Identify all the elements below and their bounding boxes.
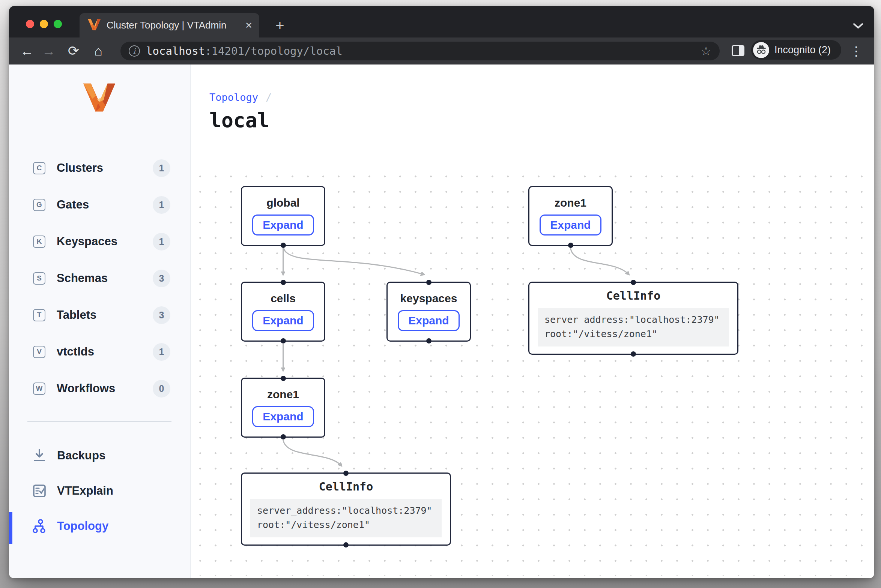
node-title: global [266, 196, 299, 210]
count-badge: 3 [153, 270, 170, 287]
cellinfo-code: server_address:"localhost:2379" root:"/v… [538, 308, 729, 347]
close-window-button[interactable] [26, 20, 34, 28]
url-text: localhost:14201/topology/local [146, 45, 695, 57]
incognito-badge[interactable]: Incognito (2) [751, 40, 841, 60]
close-tab-icon[interactable]: ✕ [245, 21, 253, 30]
sidebar-item-gates[interactable]: G Gates 1 [9, 186, 190, 223]
search-tabs-chevron-icon[interactable] [852, 22, 864, 31]
port-top [281, 280, 286, 285]
breadcrumb-topology-link[interactable]: Topology [209, 92, 258, 103]
url-path: :14201/topology/local [205, 45, 343, 57]
count-badge: 3 [153, 306, 170, 324]
sidebar: C Clusters 1 G Gates 1 K Keyspaces 1 S S… [9, 64, 191, 578]
graph-node-zone1-lower: zone1 Expand [241, 378, 325, 438]
workflows-icon: W [33, 382, 45, 395]
count-badge: 0 [153, 380, 170, 398]
node-title: zone1 [267, 388, 299, 401]
sidebar-tools: Backups VTExplain [9, 438, 190, 544]
expand-button[interactable]: Expand [540, 214, 601, 236]
expand-button[interactable]: Expand [252, 310, 314, 331]
vitess-favicon-icon [88, 19, 101, 32]
port-bottom [343, 542, 349, 548]
url-host: localhost [146, 45, 205, 57]
sidebar-item-keyspaces[interactable]: K Keyspaces 1 [9, 223, 190, 260]
node-title: CellInfo [606, 290, 661, 303]
tab-strip: Cluster Topology | VTAdmin ✕ + [9, 6, 874, 38]
sidebar-item-vtexplain[interactable]: VTExplain [9, 473, 190, 508]
tab-title: Cluster Topology | VTAdmin [107, 20, 239, 31]
port-bottom [426, 338, 431, 344]
sidebar-item-workflows[interactable]: W Workflows 0 [9, 370, 190, 407]
browser-tab[interactable]: Cluster Topology | VTAdmin ✕ [80, 13, 259, 38]
port-bottom [281, 243, 286, 248]
port-top [426, 280, 431, 285]
schemas-icon: S [33, 272, 45, 285]
reload-icon[interactable]: ⟳ [64, 38, 83, 64]
download-icon [32, 448, 47, 463]
graph-node-keyspaces: keyspaces Expand [386, 282, 471, 342]
node-title: zone1 [555, 196, 586, 210]
incognito-icon [753, 42, 769, 58]
home-icon[interactable]: ⌂ [89, 38, 108, 64]
expand-button[interactable]: Expand [398, 310, 460, 331]
browser-toolbar: ← → ⟳ ⌂ i localhost:14201/topology/local… [9, 38, 874, 64]
graph-node-cellinfo-lower: CellInfo server_address:"localhost:2379"… [241, 472, 451, 546]
port-top [343, 471, 349, 476]
cellinfo-code: server_address:"localhost:2379" root:"/v… [250, 499, 442, 538]
forward-icon[interactable]: → [39, 38, 59, 64]
active-nav-indicator [9, 512, 12, 544]
topology-main: Topology/ local [191, 64, 874, 578]
gates-icon: G [33, 199, 45, 211]
port-bottom [281, 434, 286, 440]
site-info-icon[interactable]: i [129, 45, 140, 57]
breadcrumb-separator: / [266, 92, 272, 103]
count-badge: 1 [153, 196, 170, 214]
page-title: local [209, 109, 269, 132]
sidebar-item-backups[interactable]: Backups [9, 438, 190, 473]
sidebar-nav: C Clusters 1 G Gates 1 K Keyspaces 1 S S… [9, 150, 190, 407]
expand-button[interactable]: Expand [252, 214, 314, 236]
node-title: keyspaces [400, 292, 457, 305]
sidebar-item-tablets[interactable]: T Tablets 3 [9, 297, 190, 333]
port-bottom [281, 338, 286, 344]
port-top [281, 376, 286, 381]
expand-button[interactable]: Expand [252, 406, 314, 427]
count-badge: 1 [153, 343, 170, 361]
graph-node-global: global Expand [241, 186, 325, 246]
address-bar[interactable]: i localhost:14201/topology/local ☆ [120, 42, 720, 60]
sidebar-item-clusters[interactable]: C Clusters 1 [9, 150, 190, 186]
tablets-icon: T [33, 309, 45, 321]
back-icon[interactable]: ← [17, 38, 37, 64]
keyspaces-icon: K [33, 236, 45, 248]
graph-node-zone1-right: zone1 Expand [528, 186, 613, 246]
vitess-logo[interactable] [83, 83, 115, 114]
zoom-window-button[interactable] [54, 20, 62, 28]
sidebar-item-vtctlds[interactable]: V vtctlds 1 [9, 333, 190, 370]
incognito-label: Incognito (2) [774, 44, 831, 56]
breadcrumb: Topology/ [209, 92, 272, 103]
browser-window: Cluster Topology | VTAdmin ✕ + ← → ⟳ ⌂ i… [9, 6, 874, 578]
traffic-lights [26, 20, 62, 28]
sidebar-item-schemas[interactable]: S Schemas 3 [9, 260, 190, 297]
vtctlds-icon: V [33, 346, 45, 358]
sidebar-item-topology[interactable]: Topology [9, 508, 190, 544]
port-bottom [631, 351, 636, 357]
graph-node-cellinfo-right: CellInfo server_address:"localhost:2379"… [528, 282, 738, 355]
document-check-icon [32, 484, 47, 498]
new-tab-button[interactable]: + [269, 19, 290, 34]
node-title: cells [271, 292, 296, 305]
sidebar-divider [27, 421, 171, 422]
graph-node-cells: cells Expand [241, 282, 325, 342]
count-badge: 1 [153, 233, 170, 250]
menu-kebab-icon[interactable]: ⋮ [849, 38, 864, 64]
page-content: C Clusters 1 G Gates 1 K Keyspaces 1 S S… [9, 64, 874, 578]
minimize-window-button[interactable] [40, 20, 48, 28]
node-title: CellInfo [319, 480, 373, 494]
port-top [631, 280, 636, 285]
topology-icon [32, 519, 47, 533]
side-panel-icon[interactable] [732, 45, 744, 56]
port-bottom [568, 243, 573, 248]
clusters-icon: C [33, 162, 45, 174]
bookmark-star-icon[interactable]: ☆ [701, 44, 711, 58]
count-badge: 1 [153, 159, 170, 177]
